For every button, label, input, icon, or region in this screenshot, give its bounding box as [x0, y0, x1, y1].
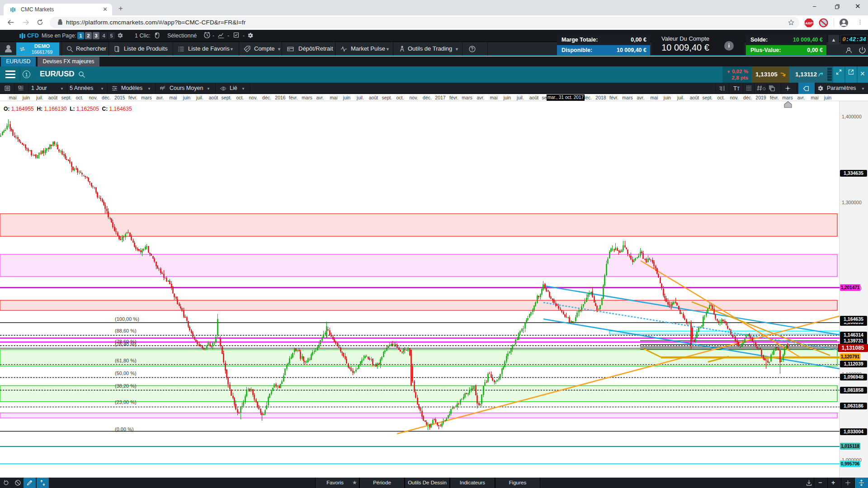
svg-text:ABP: ABP — [805, 21, 813, 25]
